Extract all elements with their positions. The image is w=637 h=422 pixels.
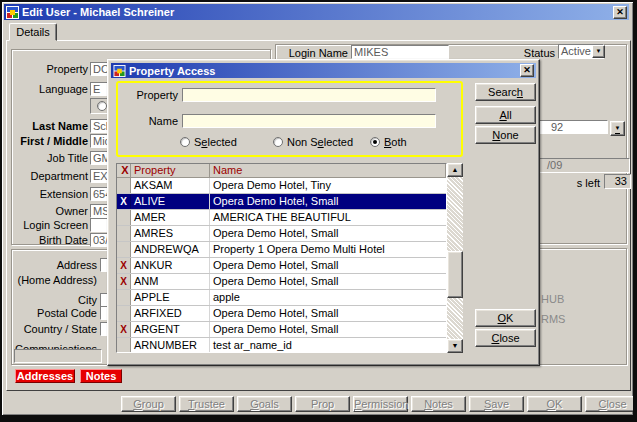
- save-button[interactable]: Save: [469, 396, 524, 412]
- table-row[interactable]: X ALIVE Opera Demo Hotel, Small: [117, 194, 446, 210]
- tab-details[interactable]: Details: [9, 23, 57, 41]
- notes-red-button[interactable]: Notes: [80, 369, 122, 383]
- close-icon[interactable]: ✕: [613, 6, 627, 19]
- scrollbar-thumb[interactable]: [447, 251, 463, 298]
- trustee-button[interactable]: Trustee: [179, 396, 234, 412]
- permission-button[interactable]: Permission: [353, 396, 408, 412]
- table-row[interactable]: ARFIXED Opera Demo Hotel, Small: [117, 306, 446, 322]
- prop-acc-button[interactable]: Prop Acc...: [295, 396, 350, 412]
- extension-label: Extension: [2, 187, 88, 201]
- addresses-button[interactable]: Addresses: [15, 369, 75, 383]
- cell-x: [117, 178, 131, 193]
- radio-both-label: Both: [384, 136, 407, 148]
- radio-dot: [97, 101, 107, 111]
- hub-text-fragment: HUB: [541, 293, 564, 305]
- dialog-name-label: Name: [118, 114, 178, 128]
- table-row[interactable]: X ARGENT Opera Demo Hotel, Small: [117, 322, 446, 338]
- dialog-app-icon: [113, 65, 126, 77]
- job-title-label: Job Title: [2, 151, 88, 165]
- login-name-field[interactable]: MIKES: [351, 45, 449, 59]
- header-x: X: [117, 164, 131, 177]
- department-label: Department: [2, 169, 88, 183]
- radio-selected-dot: [180, 137, 190, 147]
- login-name-label: Login Name: [278, 46, 348, 60]
- table-row[interactable]: X ANM Opera Demo Hotel, Small: [117, 274, 446, 290]
- cell-property: ANM: [131, 274, 210, 289]
- cell-x: [117, 242, 131, 257]
- cell-x: X: [117, 274, 131, 289]
- first-middle-label: First / Middle: [2, 134, 88, 148]
- dialog-close-button[interactable]: Close: [475, 329, 536, 347]
- table-header-row: X Property Name: [117, 164, 446, 178]
- goals-button[interactable]: Goals: [237, 396, 292, 412]
- dialog-titlebar[interactable]: Property Access ✕: [111, 63, 536, 78]
- owner-label: Owner: [2, 204, 88, 218]
- dialog-name-input[interactable]: [182, 114, 436, 128]
- cell-x: [117, 338, 131, 353]
- cell-property: APPLE: [131, 290, 210, 305]
- radio-both[interactable]: Both: [370, 136, 407, 148]
- radio-non-selected-label: Non Selected: [287, 136, 353, 148]
- cell-name: test ar_name_id: [210, 338, 446, 353]
- radio-both-dot: [370, 137, 380, 147]
- dialog-close-icon[interactable]: ✕: [520, 64, 534, 77]
- radio-selected-label: Selected: [194, 136, 237, 148]
- dialog-property-input[interactable]: [182, 88, 436, 102]
- login-screen-label: Login Screen: [2, 218, 88, 232]
- lov-button[interactable]: ▼: [610, 121, 625, 136]
- window-title: Edit User - Michael Schreiner: [22, 6, 610, 18]
- none-button[interactable]: None: [475, 126, 536, 144]
- cell-x: [117, 290, 131, 305]
- table-row[interactable]: APPLE apple: [117, 290, 446, 306]
- radio-non-selected-dot: [273, 137, 283, 147]
- cell-x: X: [117, 322, 131, 337]
- cell-name: Opera Demo Hotel, Small: [210, 306, 446, 321]
- cell-x: X: [117, 258, 131, 273]
- close-button[interactable]: Close: [585, 396, 637, 412]
- cell-property: ARNUMBER: [131, 338, 210, 353]
- header-property: Property: [131, 164, 210, 177]
- city-label: City: [2, 293, 97, 307]
- all-button[interactable]: All: [475, 106, 536, 124]
- table-scrollbar[interactable]: ▲ ▼: [447, 163, 463, 353]
- header-name: Name: [210, 164, 446, 177]
- table-row[interactable]: AMRES Opera Demo Hotel, Small: [117, 226, 446, 242]
- cell-name: Opera Demo Hotel, Small: [210, 274, 446, 289]
- status-dropdown-arrow-icon[interactable]: ▼: [592, 45, 605, 58]
- radio-non-selected[interactable]: Non Selected: [273, 136, 353, 148]
- postal-code-label: Postal Code: [2, 306, 97, 320]
- communications-field[interactable]: [14, 349, 102, 363]
- birth-date-label: Birth Date: [2, 233, 88, 247]
- table-row[interactable]: AMER AMERICA THE BEAUTIFUL: [117, 210, 446, 226]
- cell-x: [117, 306, 131, 321]
- table-row[interactable]: AKSAM Opera Demo Hotel, Tiny: [117, 178, 446, 194]
- cell-name: Property 1 Opera Demo Multi Hotel: [210, 242, 446, 257]
- cell-name: AMERICA THE BEAUTIFUL: [210, 210, 446, 225]
- rms-text-fragment: RMS: [541, 313, 565, 325]
- app-icon: [6, 6, 19, 19]
- table-row[interactable]: X ANKUR Opera Demo Hotel, Small: [117, 258, 446, 274]
- cell-name: Opera Demo Hotel, Small: [210, 322, 446, 337]
- table-row[interactable]: ARNUMBER test ar_name_id: [117, 338, 446, 353]
- radio-selected[interactable]: Selected: [180, 136, 237, 148]
- property-access-dialog: Property Access ✕ Property Name Selected…: [107, 59, 540, 366]
- group-button[interactable]: Group: [121, 396, 176, 412]
- language-label: Language: [2, 82, 88, 96]
- scroll-up-icon[interactable]: ▲: [447, 163, 463, 177]
- cell-x: [117, 210, 131, 225]
- notes-button[interactable]: Notes: [411, 396, 466, 412]
- search-button[interactable]: Search: [475, 83, 536, 101]
- edit-user-window: Edit User - Michael Schreiner ✕ Details …: [0, 0, 637, 422]
- cell-property: ALIVE: [131, 194, 210, 209]
- logins-left-value: 33: [604, 174, 631, 189]
- cell-name: Opera Demo Hotel, Tiny: [210, 178, 446, 193]
- dialog-ok-button[interactable]: OK: [475, 309, 536, 327]
- property-table: X Property Name AKSAM Opera Demo Hotel, …: [116, 163, 447, 353]
- country-state-label: Country / State: [2, 322, 97, 336]
- ok-button[interactable]: OK: [527, 396, 582, 412]
- table-row[interactable]: ANDREWQA Property 1 Opera Demo Multi Hot…: [117, 242, 446, 258]
- scroll-down-icon[interactable]: ▼: [447, 339, 463, 353]
- status-label: Status: [502, 46, 555, 60]
- cell-name: Opera Demo Hotel, Small: [210, 226, 446, 241]
- window-titlebar[interactable]: Edit User - Michael Schreiner ✕: [4, 4, 629, 20]
